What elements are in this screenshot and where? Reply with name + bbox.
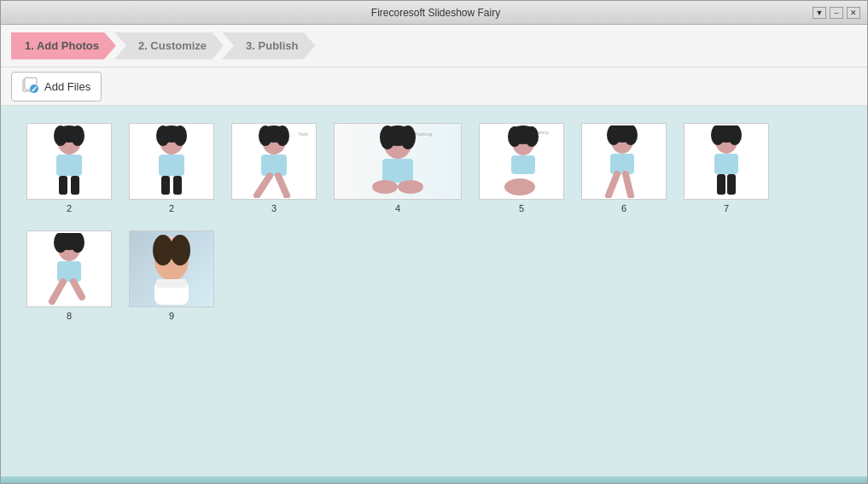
list-item[interactable]: 2	[129, 123, 214, 213]
svg-point-30	[382, 125, 413, 146]
list-item[interactable]: Yadong 4	[334, 123, 462, 213]
photo-number: 2	[169, 203, 174, 213]
steps-bar: 1. Add Photos 2. Customize 3. Publish	[1, 25, 867, 67]
svg-rect-9	[59, 176, 67, 195]
svg-rect-17	[173, 176, 182, 195]
photo-grid: 2	[9, 114, 859, 329]
photo-thumb	[26, 123, 112, 200]
svg-line-47	[626, 174, 631, 195]
add-files-icon: ✓	[22, 77, 39, 96]
svg-text:Yadong: Yadong	[298, 131, 308, 137]
photo-number: 4	[395, 203, 400, 213]
photo-thumb	[684, 123, 769, 200]
svg-point-40	[504, 178, 535, 195]
svg-point-7	[55, 125, 83, 143]
window-controls: ▼ – ✕	[813, 7, 860, 19]
svg-point-68	[170, 235, 190, 265]
photo-number: 7	[724, 203, 729, 213]
photo-thumb	[129, 230, 214, 307]
svg-rect-52	[714, 154, 738, 174]
svg-point-33	[398, 180, 423, 194]
photo-thumb: Yadong	[231, 123, 317, 200]
add-files-button[interactable]: ✓ Add Files	[11, 72, 102, 102]
list-item[interactable]: 7	[684, 123, 769, 213]
toolbar: ✓ Add Files	[1, 67, 867, 106]
svg-rect-45	[610, 154, 634, 174]
title-bar: Firecoresoft Slideshow Fairy ▼ – ✕	[1, 1, 867, 25]
svg-rect-70	[156, 279, 187, 288]
photo-number: 3	[271, 203, 277, 213]
list-item[interactable]: 2	[26, 123, 112, 213]
photo-thumb	[129, 123, 214, 200]
svg-rect-15	[159, 155, 184, 176]
list-item[interactable]: 6	[581, 123, 667, 213]
svg-line-25	[278, 176, 287, 195]
list-item[interactable]: Yadong 5	[479, 123, 564, 213]
svg-text:Yadong: Yadong	[415, 131, 432, 137]
scroll-down-btn[interactable]: ▼	[813, 7, 826, 19]
step-add-photos[interactable]: 1. Add Photos	[11, 32, 116, 60]
step-customize[interactable]: 2. Customize	[114, 32, 224, 60]
main-window: Firecoresoft Slideshow Fairy ▼ – ✕ 1. Ad…	[0, 0, 868, 484]
svg-rect-39	[511, 155, 535, 174]
photo-thumb	[581, 123, 667, 200]
svg-rect-16	[161, 176, 170, 195]
svg-line-24	[257, 176, 270, 195]
svg-rect-10	[71, 176, 79, 195]
svg-rect-59	[57, 261, 81, 282]
window-title: Firecoresoft Slideshow Fairy	[59, 7, 813, 19]
photo-thumb	[26, 230, 112, 307]
svg-rect-54	[727, 174, 736, 195]
svg-rect-31	[382, 159, 413, 183]
svg-line-60	[52, 282, 63, 301]
photo-number: 9	[169, 311, 174, 321]
svg-rect-53	[717, 174, 725, 195]
svg-rect-8	[56, 155, 82, 176]
svg-point-14	[158, 125, 185, 143]
main-content: 2	[1, 106, 867, 476]
photo-number: 2	[67, 203, 72, 213]
step2-label: 2. Customize	[138, 39, 207, 52]
list-item[interactable]: 9	[129, 230, 214, 321]
svg-rect-23	[261, 155, 287, 176]
svg-text:✓: ✓	[31, 85, 38, 94]
status-bar	[1, 476, 867, 483]
photo-number: 8	[67, 311, 72, 321]
step1-label: 1. Add Photos	[25, 39, 99, 52]
photo-number: 6	[621, 203, 626, 213]
add-files-label: Add Files	[44, 80, 90, 93]
photo-thumb: Yadong	[479, 123, 564, 200]
svg-point-38	[510, 125, 537, 144]
svg-line-61	[73, 282, 82, 297]
photo-thumb: Yadong	[334, 123, 462, 200]
step3-label: 3. Publish	[246, 39, 298, 52]
list-item[interactable]: Yadong 3	[231, 123, 317, 213]
step-publish[interactable]: 3. Publish	[222, 32, 315, 60]
photo-number: 5	[519, 203, 524, 213]
minimize-btn[interactable]: –	[830, 7, 843, 19]
list-item[interactable]: 8	[26, 230, 112, 321]
svg-point-22	[260, 125, 288, 143]
close-btn[interactable]: ✕	[847, 7, 860, 19]
svg-line-46	[609, 174, 617, 195]
svg-point-32	[372, 180, 398, 194]
